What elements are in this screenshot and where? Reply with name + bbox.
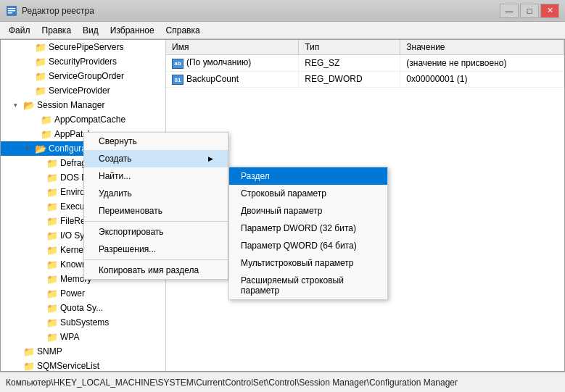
svg-rect-1 [8,8,15,9]
tree-label-t18: Power [60,288,85,299]
cell-name: 01BackupCount [166,71,299,88]
col-type: Тип [299,40,400,55]
table-row[interactable]: 01BackupCountREG_DWORD0x00000001 (1) [166,71,564,88]
tree-item-t21[interactable]: 📁WPA [1,330,165,344]
cell-name: ab(По умолчанию) [166,55,299,72]
tree-item-t22[interactable]: 📁SNMP [1,344,165,359]
tree-label-t21: WPA [60,332,79,342]
context-menu-item-copy[interactable]: Копировать имя раздела [84,262,228,279]
title-bar-left: Редактор реестра [6,5,94,17]
tree-label-t19: Quota Sy... [60,303,103,313]
tree-item-t1[interactable]: 📁SecurePipeServers [1,40,165,54]
tree-label-t20: SubSystems [60,317,109,328]
registry-table: Имя Тип Значение ab(По умолчанию)REG_SZ(… [166,40,564,88]
maximize-button[interactable]: □ [520,4,539,18]
tree-label-t1: SecurePipeServers [49,42,123,52]
menu-item-файл[interactable]: Файл [3,22,36,38]
context-menu-item-rename[interactable]: Переименовать [84,202,228,220]
cell-value: 0x00000001 (1) [400,71,564,88]
context-menu-item-permissions[interactable]: Разрешения... [84,241,228,258]
tree-item-t5[interactable]: ▾📂Session Manager [1,98,165,112]
tree-label-t23: SQMServiceList [37,361,99,371]
menu-item-справка[interactable]: Справка [160,22,206,38]
tree-item-t18[interactable]: 📁Power [1,286,165,301]
title-bar: Редактор реестра — □ ✕ [0,0,565,22]
close-button[interactable]: ✕ [540,4,559,18]
context-menu-item-export[interactable]: Экспортировать [84,223,228,241]
tree-label-t22: SNMP [37,346,62,356]
title-controls: — □ ✕ [500,4,559,18]
tree-label-t4: ServiceProvider [49,86,110,96]
context-menu[interactable]: СвернутьСоздатьРазделСтроковый параметрД… [83,132,228,280]
submenu-item-sub-qword[interactable]: Параметр QWORD (64 бита) [229,237,387,254]
context-menu-item-delete[interactable]: Удалить [84,185,228,202]
status-text: Компьютер\HKEY_LOCAL_MACHINE\SYSTEM\Curr… [6,378,458,388]
menu-separator [84,221,228,222]
context-menu-item-create[interactable]: СоздатьРазделСтроковый параметрДвоичный … [84,150,228,167]
tree-label-t2: SecurityProviders [49,57,117,67]
tree-label-t15: Kernel [60,245,86,255]
menu-separator [84,259,228,260]
menu-item-вид[interactable]: Вид [77,22,104,38]
tree-item-t3[interactable]: 📁ServiceGroupOrder [1,69,165,83]
submenu-item-sub-string[interactable]: Строковый параметр [229,185,387,202]
tree-item-t6[interactable]: 📁AppCompatCache [1,112,165,127]
tree-item-t20[interactable]: 📁SubSystems [1,315,165,330]
minimize-button[interactable]: — [500,4,519,18]
cell-value: (значение не присвоено) [400,55,564,72]
window-title: Редактор реестра [22,6,94,16]
menu-item-правка[interactable]: Правка [36,22,78,38]
menu-item-избранное[interactable]: Избранное [104,22,160,38]
cell-type: REG_DWORD [299,71,400,88]
context-menu-item-find[interactable]: Найти... [84,167,228,185]
tree-item-t2[interactable]: 📁SecurityProviders [1,54,165,69]
tree-label-t5: Session Manager [37,100,104,110]
submenu-item-sub-expand[interactable]: Расширяемый строковый параметр [229,272,387,299]
tree-label-t9: Defrag [60,158,86,168]
cell-type: REG_SZ [299,55,400,72]
submenu-item-sub-dword[interactable]: Параметр DWORD (32 бита) [229,220,387,237]
svg-rect-2 [8,10,15,12]
col-name: Имя [166,40,299,55]
menu-bar: ФайлПравкаВидИзбранноеСправка [0,22,565,39]
tree-label-t6: AppCompatCache [54,114,125,125]
app-icon [6,5,17,17]
tree-item-t19[interactable]: 📁Quota Sy... [1,301,165,315]
status-bar: Компьютер\HKEY_LOCAL_MACHINE\SYSTEM\Curr… [0,372,565,392]
tree-item-t23[interactable]: 📁SQMServiceList [1,359,165,371]
context-menu-item-collapse[interactable]: Свернуть [84,133,228,150]
submenu-item-sub-multi[interactable]: Мультистроковый параметр [229,254,387,272]
submenu[interactable]: РазделСтроковый параметрДвоичный парамет… [228,167,388,300]
col-value: Значение [400,40,564,55]
table-row[interactable]: ab(По умолчанию)REG_SZ(значение не присв… [166,55,564,72]
svg-rect-3 [8,12,12,14]
submenu-item-sub-binary[interactable]: Двоичный параметр [229,202,387,220]
tree-item-t4[interactable]: 📁ServiceProvider [1,83,165,98]
submenu-item-sub-section[interactable]: Раздел [229,167,387,185]
tree-label-t3: ServiceGroupOrder [49,71,124,81]
